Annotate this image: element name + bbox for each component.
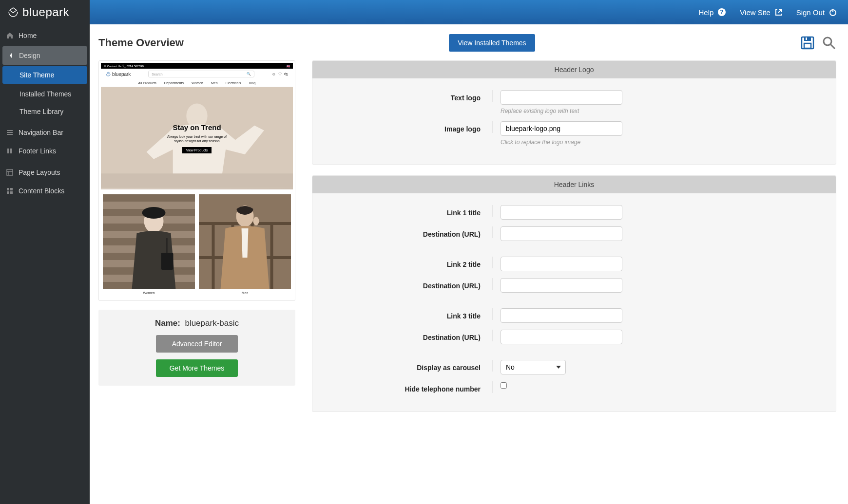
svg-rect-7 (7, 149, 9, 153)
sidebar-subitem-theme-library[interactable]: Theme Library (0, 103, 90, 120)
preview-nav: All Products Departments Women Men Elect… (101, 79, 293, 87)
svg-rect-5 (7, 132, 13, 133)
svg-rect-19 (804, 43, 811, 48)
svg-rect-4 (7, 130, 13, 131)
sidebar-label-page-layouts: Page Layouts (19, 168, 60, 176)
svg-rect-15 (10, 191, 13, 194)
hide-telephone-checkbox[interactable] (501, 382, 507, 389)
topbar: bluepark Help ? View Site Sign Out (0, 0, 848, 24)
link2-url-input[interactable] (501, 278, 622, 293)
sign-out-label: Sign Out (796, 8, 825, 17)
svg-rect-6 (7, 134, 13, 135)
theme-preview: ✉ Contact Us 📞 0234 567890 🇬🇧 bluepark S… (98, 60, 295, 301)
sign-out-link[interactable]: Sign Out (796, 8, 837, 17)
sidebar: Home Design Site Theme Installed Themes … (0, 24, 90, 504)
view-site-label: View Site (740, 8, 770, 17)
link3-url-input[interactable] (501, 330, 622, 344)
sidebar-label-site-theme: Site Theme (19, 71, 54, 79)
svg-rect-18 (806, 37, 807, 40)
preview-header: bluepark Search... 🔍 ☺ ♡ 🛍 (101, 69, 293, 79)
panel-title-header-links: Header Links (312, 176, 836, 193)
svg-rect-34 (161, 253, 173, 270)
svg-point-33 (142, 207, 166, 219)
user-icon: ☺ (272, 72, 276, 76)
sidebar-item-content-blocks[interactable]: Content Blocks (0, 182, 90, 200)
preview-image-women (103, 194, 195, 289)
home-icon (6, 32, 14, 39)
text-logo-hint: Replace existing logo with text (501, 108, 821, 114)
chevron-left-icon (8, 53, 13, 58)
sidebar-item-page-layouts[interactable]: Page Layouts (0, 163, 90, 182)
link2-title-input[interactable] (501, 257, 622, 271)
sidebar-subitem-installed-themes[interactable]: Installed Themes (0, 85, 90, 103)
svg-text:?: ? (720, 9, 724, 16)
preview-search: Search... 🔍 (148, 71, 254, 77)
svg-rect-17 (804, 37, 811, 41)
preview-hero-title: Stay on Trend (167, 123, 227, 131)
link1-url-label: Destination (URL) (327, 226, 493, 238)
image-logo-input[interactable] (501, 121, 622, 136)
save-button[interactable] (800, 36, 815, 50)
brand-name: bluepark (22, 5, 69, 19)
link3-title-input[interactable] (501, 308, 622, 323)
link1-title-input[interactable] (501, 205, 622, 220)
sidebar-label-design: Design (19, 52, 40, 59)
svg-point-20 (824, 37, 831, 45)
get-more-themes-button[interactable]: Get More Themes (156, 359, 238, 377)
theme-name-value: bluepark-basic (185, 318, 239, 328)
sidebar-label-home: Home (19, 32, 37, 39)
columns-icon (6, 148, 14, 154)
link3-url-label: Destination (URL) (327, 330, 493, 341)
view-site-link[interactable]: View Site (740, 8, 782, 17)
preview-hero-button: View Products (182, 147, 212, 153)
sidebar-label-content-blocks: Content Blocks (19, 187, 64, 195)
svg-point-44 (253, 217, 259, 225)
power-icon (829, 8, 837, 17)
image-logo-hint: Click to replace the logo image (501, 139, 821, 146)
preview-logo: bluepark (106, 72, 131, 77)
sidebar-item-design[interactable]: Design (2, 46, 87, 65)
svg-rect-12 (7, 188, 9, 190)
sidebar-subitem-site-theme[interactable]: Site Theme (2, 66, 87, 84)
link2-title-label: Link 2 title (327, 257, 493, 268)
preview-label-women: Women (103, 289, 195, 297)
external-link-icon (774, 8, 783, 17)
blocks-icon (6, 187, 14, 194)
preview-topbar: ✉ Contact Us 📞 0234 567890 🇬🇧 (101, 63, 293, 69)
advanced-editor-button[interactable]: Advanced Editor (156, 335, 238, 353)
sidebar-item-home[interactable]: Home (0, 26, 90, 45)
sidebar-item-footer-links[interactable]: Footer Links (0, 142, 90, 160)
sidebar-label-footer-links: Footer Links (19, 147, 56, 155)
main-content: Theme Overview View Installed Themes (90, 24, 848, 504)
heart-icon: ♡ (278, 72, 282, 76)
view-installed-themes-button[interactable]: View Installed Themes (449, 34, 535, 52)
help-label: Help (699, 8, 714, 17)
search-icon: 🔍 (247, 72, 251, 76)
help-link[interactable]: Help ? (699, 8, 727, 17)
preview-hero: Stay on Trend Always look your best with… (101, 87, 293, 189)
panel-title-header-logo: Header Logo (312, 61, 836, 78)
text-logo-label: Text logo (327, 90, 493, 102)
bag-icon: 🛍 (284, 72, 288, 76)
svg-rect-25 (103, 194, 195, 202)
page-header: Theme Overview View Installed Themes (98, 34, 836, 52)
svg-rect-9 (7, 169, 13, 175)
name-label: Name: (155, 318, 180, 328)
link3-title-label: Link 3 title (327, 308, 493, 320)
brand-logo[interactable]: bluepark (0, 0, 90, 24)
search-button[interactable] (822, 36, 836, 50)
svg-rect-14 (7, 191, 9, 194)
carousel-select[interactable]: No (501, 360, 566, 374)
sidebar-label-navigation-bar: Navigation Bar (19, 129, 63, 136)
theme-name-panel: Name: bluepark-basic Advanced Editor Get… (98, 310, 295, 386)
sidebar-item-navigation-bar[interactable]: Navigation Bar (0, 123, 90, 142)
link1-url-input[interactable] (501, 226, 622, 241)
page-title: Theme Overview (98, 37, 184, 49)
list-icon (6, 129, 14, 136)
preview-label-men: Men (199, 289, 291, 297)
hide-telephone-label: Hide telephone number (327, 381, 493, 393)
brand-icon (7, 7, 19, 18)
header-links-panel: Header Links Link 1 title Destination (U… (312, 175, 836, 412)
text-logo-input[interactable] (501, 90, 622, 105)
preview-image-men (199, 194, 291, 289)
